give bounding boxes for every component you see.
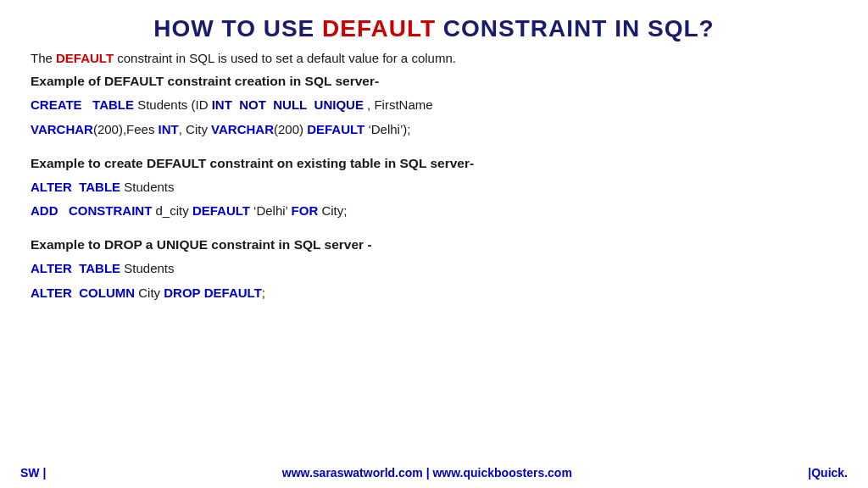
intro-keyword: DEFAULT bbox=[56, 51, 114, 65]
s1-kw7: VARCHAR bbox=[31, 122, 93, 136]
section2: Example to create DEFAULT constraint on … bbox=[31, 156, 837, 226]
s1-text1: Students (ID bbox=[137, 97, 212, 112]
section3: Example to DROP a UNIQUE constraint in S… bbox=[31, 237, 837, 308]
section3-heading: Example to DROP a UNIQUE constraint in S… bbox=[31, 237, 837, 252]
s1-kw2: TABLE bbox=[92, 97, 134, 112]
intro-text: The DEFAULT constraint in SQL is used to… bbox=[31, 51, 837, 65]
s2-text1: Students bbox=[124, 180, 174, 194]
footer-right: |Quick. bbox=[808, 466, 848, 480]
s1-kw5: NULL bbox=[273, 97, 307, 112]
intro-before: The bbox=[31, 51, 56, 65]
s2-text3: ‘Delhi’ bbox=[250, 203, 292, 218]
footer: SW | www.saraswatworld.com | www.quickbo… bbox=[0, 466, 868, 480]
footer-center: www.saraswatworld.com | www.quickbooster… bbox=[282, 466, 572, 480]
s1-kw8: INT bbox=[159, 122, 179, 136]
s2-kw4: CONSTRAINT bbox=[69, 203, 152, 218]
title-part1: HOW TO USE bbox=[153, 15, 322, 42]
intro-after: constraint in SQL is used to set a defau… bbox=[114, 51, 456, 65]
footer-left: SW | bbox=[20, 466, 46, 480]
section3-line1: ALTER TABLE Students bbox=[31, 258, 837, 280]
main-container: HOW TO USE DEFAULT CONSTRAINT IN SQL? Th… bbox=[0, 0, 868, 488]
s3-kw6: DEFAULT bbox=[204, 286, 262, 300]
s1-text3: (200),Fees bbox=[93, 122, 159, 136]
title-part2: CONSTRAINT IN SQL? bbox=[436, 15, 715, 42]
s2-kw1: ALTER bbox=[31, 180, 72, 194]
s1-text2: , FirstName bbox=[367, 97, 433, 112]
section1-line1: CREATE TABLE Students (ID INT NOT NULL U… bbox=[31, 95, 837, 116]
s3-text1: Students bbox=[124, 261, 174, 275]
section1-line2: VARCHAR(200),Fees INT, City VARCHAR(200)… bbox=[31, 119, 837, 141]
s1-text4: , City bbox=[179, 122, 211, 136]
s3-kw2: TABLE bbox=[79, 261, 120, 275]
s1-kw6: UNIQUE bbox=[314, 97, 364, 112]
s1-kw3: INT bbox=[212, 97, 232, 112]
section2-heading: Example to create DEFAULT constraint on … bbox=[31, 156, 837, 171]
s3-text3: ; bbox=[262, 286, 265, 300]
title-highlight: DEFAULT bbox=[322, 15, 436, 42]
s2-text2: d_city bbox=[156, 203, 192, 218]
s1-text5: (200) bbox=[274, 122, 307, 136]
section2-line1: ALTER TABLE Students bbox=[31, 177, 837, 198]
s3-kw5: DROP bbox=[164, 286, 200, 300]
s3-text2: City bbox=[138, 286, 164, 300]
s1-kw1: CREATE bbox=[31, 97, 82, 112]
s1-kw10: DEFAULT bbox=[307, 122, 364, 136]
section2-line2: ADD CONSTRAINT d_city DEFAULT ‘Delhi’ FO… bbox=[31, 201, 837, 222]
s1-text6: ‘Delhi’); bbox=[364, 122, 410, 136]
s2-text4: City; bbox=[318, 203, 347, 218]
s2-kw6: FOR bbox=[292, 203, 319, 218]
s1-kw9: VARCHAR bbox=[211, 122, 274, 136]
section1: Example of DEFAULT constraint creation i… bbox=[31, 74, 837, 144]
section3-line2: ALTER COLUMN City DROP DEFAULT; bbox=[31, 283, 837, 304]
s2-kw3: ADD bbox=[31, 203, 58, 218]
section1-heading: Example of DEFAULT constraint creation i… bbox=[31, 74, 837, 89]
s1-kw4: NOT bbox=[239, 97, 266, 112]
s3-kw1: ALTER bbox=[31, 261, 72, 275]
s2-kw2: TABLE bbox=[79, 180, 120, 194]
s3-kw4: COLUMN bbox=[79, 286, 135, 300]
s2-kw5: DEFAULT bbox=[192, 203, 250, 218]
s3-kw3: ALTER bbox=[31, 286, 72, 300]
page-title: HOW TO USE DEFAULT CONSTRAINT IN SQL? bbox=[31, 15, 837, 42]
